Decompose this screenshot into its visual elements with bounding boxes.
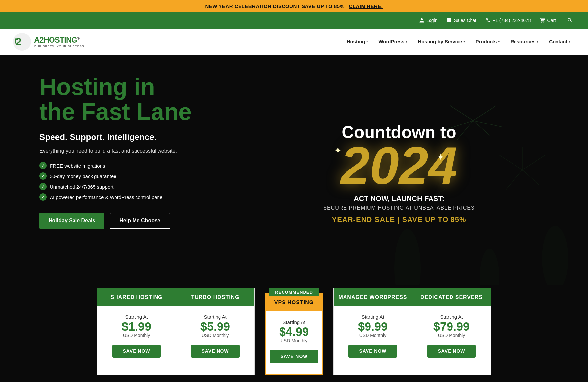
help-me-choose-button[interactable]: Help Me Choose [110, 213, 170, 229]
chevron-down-icon: ▾ [366, 40, 368, 43]
logo[interactable]: 2 A2HOSTING® OUR SPEED, YOUR SUCCESS [13, 33, 84, 51]
chevron-down-icon: ▾ [406, 40, 407, 43]
pricing-section: SHARED HOSTING Starting At $1.99 USD Mon… [0, 285, 588, 382]
list-item: ✓ FREE website migrations [39, 162, 217, 169]
pricing-card-vps: VPS HOSTING Starting At $4.99 USD Monthl… [265, 293, 322, 375]
hero-buttons: Holiday Sale Deals Help Me Choose [39, 213, 217, 229]
period-managed-wp: USD Monthly [359, 333, 386, 338]
list-item: ✓ AI powered performance & WordPress con… [39, 193, 217, 201]
login-label: Login [426, 18, 437, 23]
phone-link[interactable]: +1 (734) 222-4678 [486, 18, 531, 23]
pricing-card-managed-wp: MANAGED WORDPRESS Starting At $9.99 USD … [333, 288, 412, 375]
period-turbo: USD Monthly [202, 333, 229, 338]
nav-hosting[interactable]: Hosting ▾ [342, 36, 373, 47]
sales-chat-label: Sales Chat [454, 18, 476, 23]
starting-at-vps: Starting At [283, 319, 305, 325]
nav-wordpress[interactable]: WordPress ▾ [374, 36, 412, 47]
search-icon [567, 17, 573, 23]
sales-chat-link[interactable]: Sales Chat [447, 18, 476, 23]
sale-text: YEAR-END SALE | SAVE UP TO 85% [332, 215, 466, 224]
nav-contact[interactable]: Contact ▾ [544, 36, 575, 47]
sparkle-icon: ✦ [334, 145, 342, 156]
card-header-vps: VPS HOSTING [266, 294, 321, 311]
hero-left: Hosting in the Fast Lane Speed. Support.… [39, 75, 217, 272]
check-icon: ✓ [39, 193, 47, 201]
price-vps: $4.99 [279, 326, 309, 338]
pricing-card-shared: SHARED HOSTING Starting At $1.99 USD Mon… [97, 288, 176, 375]
secure-text: SECURE PREMIUM HOSTING AT UNBEATABLE PRI… [323, 205, 474, 211]
check-icon: ✓ [39, 162, 47, 169]
chevron-down-icon: ▾ [569, 40, 570, 43]
nav-products[interactable]: Products ▾ [471, 36, 504, 47]
starting-at-dedicated: Starting At [440, 314, 463, 320]
card-header-turbo: TURBO HOSTING [176, 288, 254, 306]
list-item: ✓ 30-day money back guarantee [39, 172, 217, 180]
chevron-down-icon: ▾ [537, 40, 538, 43]
sparkle-icon: ✦ [437, 152, 444, 163]
top-banner: NEW YEAR CELEBRATION DISCOUNT SAVE UP TO… [0, 0, 588, 12]
chat-icon [447, 18, 452, 23]
hero-right: Countdown to 2024 ✦ ✦ ACT NOW, LAUNCH FA… [236, 75, 562, 272]
card-body-managed-wp: Starting At $9.99 USD Monthly SAVE NOW [345, 306, 400, 367]
list-item: ✓ Unmatched 24/7/365 support [39, 183, 217, 190]
login-link[interactable]: Login [419, 18, 437, 23]
save-now-managed-wp[interactable]: SAVE NOW [348, 345, 397, 358]
period-dedicated: USD Monthly [438, 333, 465, 338]
nav-resources[interactable]: Resources ▾ [506, 36, 543, 47]
phone-label: +1 (734) 222-4678 [493, 18, 531, 23]
check-icon: ✓ [39, 172, 47, 180]
svg-text:2: 2 [16, 36, 22, 48]
nav-top: Login Sales Chat +1 (734) 222-4678 Cart [0, 12, 588, 29]
save-now-dedicated[interactable]: SAVE NOW [427, 345, 475, 358]
card-body-dedicated: Starting At $79.99 USD Monthly SAVE NOW [424, 306, 479, 367]
countdown-year: 2024 [341, 142, 457, 189]
card-body-vps: Starting At $4.99 USD Monthly SAVE NOW [266, 311, 321, 366]
hero-section: Hosting in the Fast Lane Speed. Support.… [0, 55, 588, 285]
save-now-turbo[interactable]: SAVE NOW [191, 345, 239, 358]
price-dedicated: $79.99 [433, 321, 470, 333]
phone-icon [486, 18, 491, 23]
price-shared: $1.99 [122, 321, 151, 333]
banner-text: NEW YEAR CELEBRATION DISCOUNT SAVE UP TO… [205, 3, 344, 9]
card-header-dedicated: DEDICATED SERVERS [412, 288, 491, 306]
logo-text: A2HOSTING® [34, 35, 84, 45]
price-turbo: $5.99 [200, 321, 230, 333]
save-now-vps[interactable]: SAVE NOW [270, 350, 318, 363]
user-icon [419, 18, 424, 23]
cart-link[interactable]: Cart [540, 18, 556, 23]
card-header-managed-wp: MANAGED WORDPRESS [334, 288, 412, 306]
price-managed-wp: $9.99 [358, 321, 388, 333]
save-now-shared[interactable]: SAVE NOW [112, 345, 160, 358]
recommended-badge: RECOMMENDED [269, 288, 319, 296]
card-body-turbo: Starting At $5.99 USD Monthly SAVE NOW [188, 306, 242, 367]
pricing-card-dedicated: DEDICATED SERVERS Starting At $79.99 USD… [412, 288, 491, 375]
search-button[interactable] [565, 15, 575, 25]
period-shared: USD Monthly [123, 333, 150, 338]
logo-tagline: OUR SPEED, YOUR SUCCESS [34, 45, 84, 48]
period-vps: USD Monthly [281, 338, 307, 343]
chevron-down-icon: ▾ [498, 40, 500, 43]
pricing-cards: SHARED HOSTING Starting At $1.99 USD Mon… [81, 288, 507, 375]
features-list: ✓ FREE website migrations ✓ 30-day money… [39, 162, 217, 201]
holiday-sale-button[interactable]: Holiday Sale Deals [39, 213, 104, 229]
check-icon: ✓ [39, 183, 47, 190]
chevron-down-icon: ▾ [463, 40, 465, 43]
logo-icon: 2 [13, 33, 31, 51]
starting-at-shared: Starting At [125, 314, 148, 320]
card-header-shared: SHARED HOSTING [97, 288, 176, 306]
act-now-text: ACT NOW, LAUNCH FAST: [354, 194, 444, 203]
nav-links: Hosting ▾ WordPress ▾ Hosting by Service… [342, 36, 575, 47]
cart-icon [540, 18, 545, 23]
hero-title: Hosting in the Fast Lane [39, 75, 217, 124]
starting-at-managed-wp: Starting At [361, 314, 384, 320]
starting-at-turbo: Starting At [204, 314, 226, 320]
pricing-card-turbo: TURBO HOSTING Starting At $5.99 USD Mont… [176, 288, 255, 375]
card-body-shared: Starting At $1.99 USD Monthly SAVE NOW [109, 306, 164, 367]
nav-hosting-by-service[interactable]: Hosting by Service ▾ [413, 36, 470, 47]
hero-description: Everything you need to build a fast and … [39, 148, 217, 154]
hero-subtitle: Speed. Support. Intelligence. [39, 132, 217, 142]
vps-wrapper: RECOMMENDED VPS HOSTING Starting At $4.9… [255, 288, 333, 375]
cart-label: Cart [547, 18, 556, 23]
main-nav: 2 A2HOSTING® OUR SPEED, YOUR SUCCESS Hos… [0, 29, 588, 55]
banner-cta[interactable]: CLAIM HERE. [349, 3, 383, 9]
